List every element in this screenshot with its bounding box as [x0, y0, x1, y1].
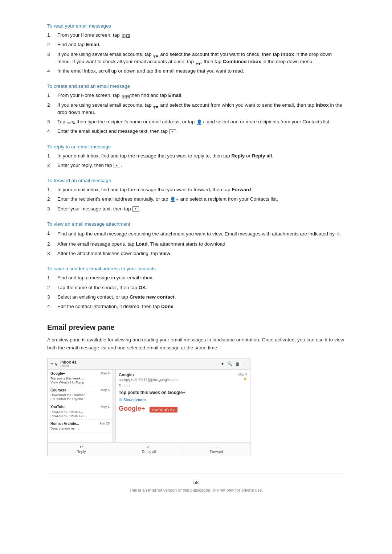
dropdown-icon-2: ▾: [196, 60, 201, 63]
section-create-email: To create and send an email message 1 Fr…: [47, 83, 345, 135]
email-header-row: Google+ noreply+c9c7f219@plus.google.com…: [119, 373, 247, 390]
preview-youtube: PewDiePie: "MOST A...: [50, 414, 110, 418]
email-subject-highlight: Top posts this week on Google+: [119, 390, 247, 395]
preview-pane-title: Email preview pane: [47, 323, 345, 332]
step-create-4: 4 Enter the email subject and message te…: [47, 128, 345, 135]
step-reply-2: 2 Enter your reply, then tap .: [47, 162, 345, 169]
step-forward-3: 3 Enter your message text, then tap .: [47, 205, 345, 213]
step-forward-2: 2 Enter the recipient's email address ma…: [47, 196, 345, 203]
more-toolbar-icon[interactable]: ⋮: [243, 361, 247, 366]
page-content: To read your email messages 1 From your …: [40, 0, 352, 514]
send-icon-3: [132, 206, 139, 212]
forward-footer-button[interactable]: → Forward: [183, 443, 250, 456]
list-item-coursera[interactable]: Coursera May 6 Download the Courser... E…: [48, 386, 113, 403]
forward-icon: →: [184, 444, 249, 450]
section-view-attachment: To view an email message attachment 1 Fi…: [47, 221, 345, 258]
step-save-3: 3 Select an existing contact, or tap Cre…: [47, 294, 345, 301]
email-from-address: noreply+c9c7f219@plus.google.com: [119, 378, 177, 382]
list-item-googleplus[interactable]: Google+ May 8 Top posts this week o... V…: [48, 370, 113, 386]
preview-coursera: Education for anyone...: [50, 397, 110, 401]
compose-icon: ✎: [67, 119, 74, 124]
section-title-reply: To reply to an email message: [47, 144, 345, 149]
toolbar-left: ≡ ∨ Inbox 41 Gmail: [50, 360, 77, 368]
sender-youtube: YouTube: [50, 405, 65, 409]
steps-list-forward: 1 In your email inbox, find and tap the …: [47, 186, 345, 213]
reply-all-label: Reply all: [142, 450, 156, 454]
steps-list-create: 1 From your Home screen, tap ⊞, then fin…: [47, 92, 345, 135]
toolbar-title-area: Inbox 41 Gmail: [60, 360, 77, 368]
steps-list-reply: 1 In your email inbox, find and tap the …: [47, 152, 345, 169]
subject-googleplus: Top posts this week o...: [50, 376, 110, 380]
toolbar-icons: ✦ 🔍 🗑 ⋮: [221, 361, 247, 366]
reply-all-icon: ⤺: [117, 444, 181, 450]
section-reply-email: To reply to an email message 1 In your e…: [47, 144, 345, 169]
subject-roman: Dent somem mim...: [50, 426, 110, 430]
dropdown-icon-1: ▾: [153, 53, 158, 56]
section-forward-email: To forward an email message 1 In your em…: [47, 178, 345, 213]
reply-footer-button[interactable]: ↩ Reply: [48, 443, 115, 456]
section-title-create: To create and send an email message: [47, 83, 345, 89]
step-create-1: 1 From your Home screen, tap ⊞, then fin…: [47, 92, 345, 99]
mock-email-ui: ≡ ∨ Inbox 41 Gmail ✦ 🔍 🗑 ⋮: [47, 358, 250, 456]
section-title-attachment: To view an email message attachment: [47, 221, 345, 227]
delete-toolbar-icon[interactable]: 🗑: [236, 361, 240, 366]
list-item-roman[interactable]: Roman Archite... Apr 25 Dent somem mim..…: [48, 420, 113, 432]
mock-toolbar: ≡ ∨ Inbox 41 Gmail ✦ 🔍 🗑 ⋮: [48, 358, 250, 370]
list-item-youtube[interactable]: YouTube May 1 PewDiePie: "MOST... PewDie…: [48, 403, 113, 420]
reply-all-footer-button[interactable]: ⤺ Reply all: [115, 443, 183, 456]
step-read-2: 2 Find and tap Email.: [47, 41, 345, 48]
subject-youtube: PewDiePie: "MOST...: [50, 410, 110, 414]
step-attach-2: 2 After the email message opens, tap Loa…: [47, 241, 345, 248]
mock-body: Google+ May 8 Top posts this week o... V…: [48, 370, 250, 442]
gmail-sub-label: Gmail: [60, 364, 77, 368]
view-whats-hot-button[interactable]: View What's Hot: [150, 407, 178, 413]
page-number: 58: [47, 480, 345, 485]
section-title-save: To save a sender's email address to your…: [47, 266, 345, 271]
compose-toolbar-icon[interactable]: ✦: [221, 361, 224, 366]
date-googleplus: May 8: [101, 372, 110, 376]
email-brand-row: Google+ View What's Hot: [119, 405, 247, 414]
email-detail-date: May 8: [238, 373, 247, 376]
reply-icon: ↩: [49, 444, 113, 450]
show-pictures-checkbox-icon: ☑: [119, 398, 122, 402]
step-read-3: 3 If you are using several email account…: [47, 51, 345, 66]
add-person-icon-2: 👤+: [170, 196, 179, 203]
divider-handle: ‹: [114, 404, 115, 408]
email-footer: ↩ Reply ⤺ Reply all → Forward: [48, 442, 250, 456]
email-date-star: May 8 ★: [238, 373, 247, 381]
preview-pane-description: A preview pane is available for viewing …: [47, 336, 345, 352]
sender-googleplus: Google+: [50, 372, 65, 376]
pane-divider[interactable]: ‹: [113, 370, 116, 442]
reply-label: Reply: [77, 450, 86, 454]
search-toolbar-icon[interactable]: 🔍: [227, 361, 233, 366]
step-attach-3: 3 After the attachment finishes download…: [47, 250, 345, 257]
steps-list-attachment: 1 Find and tap the email message contain…: [47, 230, 345, 258]
step-create-2: 2 If you are using several email account…: [47, 102, 345, 116]
step-attach-1: 1 Find and tap the email message contain…: [47, 230, 345, 238]
grid-icon-2: ⊞: [122, 93, 127, 99]
forward-label: Forward: [210, 450, 223, 454]
show-pictures-row[interactable]: ☑ Show pictures: [119, 398, 247, 402]
email-preview-pane-section: Email preview pane A preview pane is ava…: [47, 323, 345, 456]
date-youtube: May 1: [101, 405, 110, 409]
steps-list-read: 1 From your Home screen, tap ⊞. 2 Find a…: [47, 32, 345, 75]
dropdown-icon-3: ▾: [153, 103, 158, 107]
page-footer: 58 This is an Internet version of this p…: [47, 473, 345, 492]
step-read-4: 4 In the email inbox, scroll up or down …: [47, 67, 345, 75]
add-person-icon: 👤+: [196, 119, 205, 126]
step-save-2: 2 Tap the name of the sender, then tap O…: [47, 284, 345, 291]
show-pictures-label: Show pictures: [123, 398, 146, 402]
send-icon-1: [170, 129, 176, 134]
section-title-forward: To forward an email message: [47, 178, 345, 183]
step-forward-1: 1 In your email inbox, find and tap the …: [47, 186, 345, 193]
section-title-read: To read your email messages: [47, 23, 345, 29]
email-to-label: To: me: [119, 384, 177, 388]
sender-coursera: Coursera: [50, 388, 66, 392]
email-from-name: Google+: [119, 373, 177, 377]
googleplus-logo: Google+: [119, 405, 145, 413]
star-icon[interactable]: ★: [243, 376, 247, 381]
email-list: Google+ May 8 Top posts this week o... V…: [48, 370, 113, 442]
step-create-3: 3 Tap ✎, then type the recipient's name …: [47, 118, 345, 126]
step-read-1: 1 From your Home screen, tap ⊞.: [47, 32, 345, 39]
subject-coursera: Download the Courser...: [50, 393, 110, 397]
